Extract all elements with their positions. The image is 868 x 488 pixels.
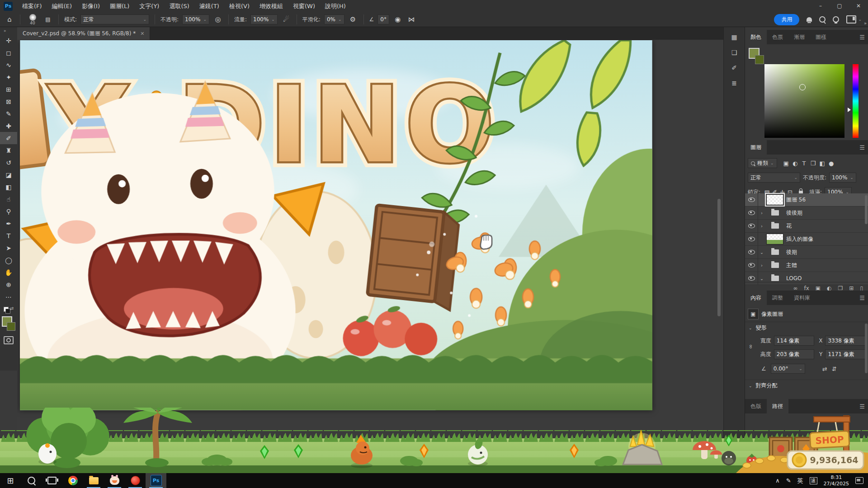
share-button[interactable]: 共用 xyxy=(774,14,799,25)
brush-angle-input[interactable]: 0° xyxy=(377,14,389,24)
dodge-tool[interactable]: ⚲ xyxy=(0,205,17,217)
layer-row[interactable]: › 花 xyxy=(745,220,868,233)
symmetry-icon[interactable]: ⋈ xyxy=(406,15,416,23)
properties-scrollbar[interactable] xyxy=(865,324,868,373)
move-tool[interactable]: ✛ xyxy=(0,34,17,47)
tab-layers[interactable]: 圖層 xyxy=(745,140,767,155)
opacity-input[interactable]: 100%⌄ xyxy=(182,14,209,24)
brush-preset-picker[interactable]: 40 xyxy=(26,14,39,25)
background-color-swatch[interactable] xyxy=(7,322,15,331)
clone-stamp-tool[interactable]: ♜ xyxy=(0,144,17,156)
brush-settings-toggle-icon[interactable]: ▤ xyxy=(43,16,53,23)
menu-item[interactable]: 視窗(W) xyxy=(288,0,320,12)
zoom-tool[interactable]: ⊕ xyxy=(0,278,17,291)
menu-item[interactable]: 濾鏡(T) xyxy=(194,0,224,12)
panel-tab[interactable]: 顏色 xyxy=(745,30,767,44)
swap-colors-icon[interactable]: ⇄ xyxy=(10,306,14,311)
menu-item[interactable]: 檢視(V) xyxy=(224,0,255,12)
notifications-bell-icon[interactable] xyxy=(807,17,812,22)
width-input[interactable]: 114 像素 xyxy=(774,336,815,346)
panel-menu-icon[interactable]: ☰ xyxy=(859,30,868,44)
brush-tool[interactable]: ✐ xyxy=(0,132,17,144)
collapse-panels-icon[interactable]: » xyxy=(864,21,867,26)
background-color-swatch[interactable] xyxy=(755,55,764,64)
action-center-icon[interactable] xyxy=(855,477,863,484)
taskbar-file-explorer[interactable] xyxy=(83,473,104,488)
visibility-toggle[interactable] xyxy=(745,193,758,206)
picker-swatches[interactable] xyxy=(749,48,764,64)
expand-arrow-icon[interactable]: › xyxy=(758,224,765,229)
visibility-toggle[interactable] xyxy=(745,220,758,232)
taskbar-pet-game[interactable] xyxy=(104,473,125,488)
panel-tab[interactable]: 內容 xyxy=(745,291,767,305)
panel-tab[interactable]: 路徑 xyxy=(767,399,788,413)
smudge-tool[interactable]: ☝ xyxy=(0,193,17,205)
history-brush-tool[interactable]: ↺ xyxy=(0,156,17,169)
lasso-tool[interactable]: ∿ xyxy=(0,59,17,71)
task-view-button[interactable] xyxy=(42,473,62,488)
taskbar-screen-recorder[interactable] xyxy=(125,473,146,488)
airbrush-icon[interactable]: ☄ xyxy=(281,15,291,23)
taskbar-search-button[interactable] xyxy=(21,473,42,488)
pressure-size-icon[interactable]: ◉ xyxy=(393,15,403,23)
align-section-header[interactable]: ⌄ 對齊分配 xyxy=(745,380,868,391)
y-input[interactable]: 1171 像素 xyxy=(825,349,866,359)
menu-item[interactable]: 檔案(F) xyxy=(17,0,47,12)
flip-vertical-icon[interactable]: ⇵ xyxy=(832,366,837,372)
panel-menu-icon[interactable]: ☰ xyxy=(859,291,868,305)
search-icon[interactable] xyxy=(819,16,826,23)
saturation-brightness-field[interactable] xyxy=(764,64,844,138)
panel-tab[interactable]: 色版 xyxy=(745,399,767,413)
discover-lightbulb-icon[interactable] xyxy=(833,16,839,23)
quick-mask-icon[interactable] xyxy=(4,336,14,344)
filter-adjustment-icon[interactable]: ◐ xyxy=(791,160,800,167)
flow-input[interactable]: 100%⌄ xyxy=(250,14,278,24)
window-control-button[interactable]: ✕ xyxy=(849,0,868,12)
hand-tool[interactable]: ✋ xyxy=(0,266,17,278)
layer-opacity-input[interactable]: 100%⌄ xyxy=(829,173,856,183)
path-select-tool[interactable]: ➤ xyxy=(0,242,17,254)
layer-name[interactable]: 後期 xyxy=(784,249,797,256)
panel-tab[interactable]: 色票 xyxy=(767,30,788,44)
visibility-toggle[interactable] xyxy=(745,206,758,219)
layer-row[interactable]: ⌄ 後期 xyxy=(745,246,868,259)
layer-name[interactable]: 插入的圖像 xyxy=(784,235,813,243)
panel-tab[interactable]: 調整 xyxy=(767,291,788,305)
menu-item[interactable]: 說明(H) xyxy=(320,0,351,12)
visibility-toggle[interactable] xyxy=(745,233,758,245)
eyedropper-tool[interactable]: ✎ xyxy=(0,108,17,120)
gear-icon[interactable]: ⚙ xyxy=(348,15,358,23)
menu-item[interactable]: 增效模組 xyxy=(255,0,288,12)
layer-name[interactable]: 圖層 56 xyxy=(784,196,806,204)
taskbar-clock[interactable]: 8:31 27/4/2025 xyxy=(824,474,849,487)
layer-row[interactable]: › 後後期 xyxy=(745,206,868,220)
start-button[interactable]: ⊞ xyxy=(0,473,21,488)
pressure-opacity-icon[interactable]: ◎ xyxy=(213,15,223,23)
pen-tool[interactable]: ✒ xyxy=(0,217,17,230)
window-control-button[interactable]: ▢ xyxy=(830,0,849,12)
foreground-background-swatches[interactable] xyxy=(2,316,15,331)
home-icon[interactable]: ⌂ xyxy=(5,15,14,23)
color-picker-cursor[interactable] xyxy=(799,84,806,90)
window-control-button[interactable]: – xyxy=(811,0,830,12)
history-panel-icon[interactable]: ▦ xyxy=(731,33,737,41)
layer-row[interactable]: 圖層 56 xyxy=(745,193,868,206)
canvas-artwork[interactable]: Y Y DINO DINO xyxy=(20,40,652,410)
hue-slider[interactable] xyxy=(853,64,859,138)
x-input[interactable]: 3338 像素 xyxy=(825,336,866,346)
filter-pixel-icon[interactable]: ▣ xyxy=(782,160,791,167)
visibility-toggle[interactable] xyxy=(745,246,758,258)
expand-arrow-icon[interactable]: ⌄ xyxy=(758,276,765,281)
close-icon[interactable]: ✕ xyxy=(140,31,144,37)
expand-arrow-icon[interactable]: › xyxy=(758,263,765,268)
eraser-tool[interactable]: ◪ xyxy=(0,169,17,181)
marquee-tool[interactable]: ◻ xyxy=(0,47,17,59)
panel-menu-icon[interactable]: ☰ xyxy=(859,399,868,413)
filter-pin-icon[interactable]: ● xyxy=(827,160,836,167)
layer-name[interactable]: 主體 xyxy=(784,262,797,269)
hue-slider-arrow[interactable] xyxy=(848,108,853,112)
ime-mode-indicator[interactable]: 速 xyxy=(810,477,817,484)
filter-shape-icon[interactable]: ❒ xyxy=(809,160,818,167)
menu-item[interactable]: 編輯(E) xyxy=(47,0,77,12)
transform-section-header[interactable]: ⌄ 變形 xyxy=(745,322,868,333)
